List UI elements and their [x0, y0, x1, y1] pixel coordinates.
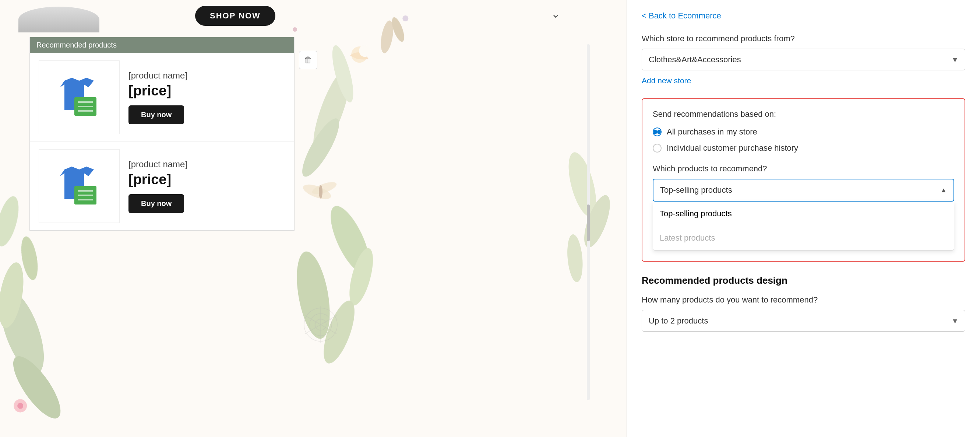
shop-now-section: SHOP NOW — [18, 0, 582, 31]
svg-point-15 — [319, 185, 323, 199]
scrollbar-thumb[interactable] — [587, 204, 590, 241]
svg-point-4 — [14, 399, 27, 412]
products-dropdown-arrow-icon: ▲ — [940, 187, 947, 194]
scrollbar[interactable] — [587, 44, 590, 400]
products-dropdown-trigger[interactable]: Top-selling products ▲ — [653, 179, 954, 201]
how-many-products-label: How many products do you want to recomme… — [642, 295, 965, 305]
svg-point-17 — [345, 246, 378, 308]
svg-point-13 — [301, 182, 333, 202]
products-dropdown-value: Top-selling products — [660, 185, 732, 195]
store-select[interactable]: Clothes&Art&Accessories — [642, 49, 965, 70]
quantity-select[interactable]: Up to 2 products — [642, 310, 965, 332]
dropdown-option-latest[interactable]: Latest products — [653, 226, 954, 250]
recommendations-title: Send recommendations based on: — [653, 109, 954, 119]
svg-point-27 — [310, 314, 332, 336]
product-name-2: [product name] — [129, 159, 188, 169]
store-select-wrapper[interactable]: Clothes&Art&Accessories ▼ — [642, 49, 965, 70]
product-price-1: [price] — [129, 83, 188, 99]
radio-all-purchases-label: All purchases in my store — [667, 127, 757, 137]
product-price-2: [price] — [129, 172, 188, 188]
svg-point-32 — [579, 192, 615, 250]
add-store-link[interactable]: Add new store — [642, 76, 965, 85]
which-products-label: Which products to recommend? — [653, 164, 954, 174]
hat-decoration — [18, 6, 99, 32]
svg-point-9 — [328, 43, 358, 104]
svg-line-24 — [305, 325, 321, 334]
chevron-down-icon[interactable]: ⌄ — [551, 7, 560, 20]
radio-individual-history-label: Individual customer purchase history — [667, 144, 798, 153]
radio-all-purchases[interactable]: All purchases in my store — [653, 127, 954, 137]
preview-area: SHOP NOW ⌄ Recommended products [pro — [0, 0, 627, 437]
svg-point-18 — [291, 249, 336, 341]
product-image-2 — [39, 149, 120, 223]
svg-point-2 — [0, 260, 28, 330]
design-section-title: Recommended products design — [642, 275, 965, 286]
svg-point-16 — [323, 201, 377, 279]
delete-icon[interactable]: 🗑 — [299, 51, 317, 69]
svg-point-12 — [359, 45, 371, 57]
widget-header: Recommended products — [30, 37, 294, 53]
product-image-1 — [39, 61, 120, 134]
svg-point-33 — [565, 234, 584, 282]
recommended-widget: Recommended products [product name] [pri… — [29, 37, 294, 231]
product-item-2: [product name] [price] Buy now — [30, 142, 294, 230]
svg-point-8 — [306, 65, 358, 156]
product-name-1: [product name] — [129, 70, 188, 81]
products-dropdown[interactable]: Top-selling products ▲ Top-selling produ… — [653, 179, 954, 250]
svg-point-5 — [17, 403, 23, 408]
recommendations-box: Send recommendations based on: All purch… — [642, 98, 965, 262]
product-details-2: [product name] [price] Buy now — [129, 159, 188, 213]
radio-individual-history[interactable]: Individual customer purchase history — [653, 144, 954, 153]
svg-point-11 — [351, 46, 368, 63]
svg-point-6 — [0, 194, 23, 249]
svg-line-21 — [321, 316, 336, 325]
svg-line-22 — [321, 325, 336, 334]
product-item-1: [product name] [price] Buy now — [30, 53, 294, 142]
svg-point-26 — [315, 319, 326, 330]
shop-now-button[interactable]: SHOP NOW — [195, 6, 275, 26]
radio-individual-history-circle — [653, 144, 662, 153]
svg-point-10 — [296, 114, 345, 181]
svg-point-28 — [304, 308, 337, 341]
settings-panel: < Back to Ecommerce Which store to recom… — [627, 0, 980, 437]
radio-all-purchases-circle — [653, 128, 662, 136]
store-question-label: Which store to recommend products from? — [642, 34, 965, 43]
svg-point-19 — [317, 297, 361, 367]
svg-point-14 — [311, 179, 338, 197]
svg-point-3 — [5, 350, 68, 425]
svg-point-31 — [563, 150, 602, 220]
buy-now-button-1[interactable]: Buy now — [129, 105, 184, 124]
buy-now-button-2[interactable]: Buy now — [129, 194, 184, 213]
svg-line-25 — [305, 316, 321, 325]
radio-group: All purchases in my store Individual cus… — [653, 127, 954, 153]
svg-point-7 — [18, 235, 40, 281]
products-dropdown-menu: Top-selling products Latest products — [653, 201, 954, 250]
dropdown-option-top-selling[interactable]: Top-selling products — [653, 201, 954, 226]
product-details-1: [product name] [price] Buy now — [129, 70, 188, 124]
back-to-ecommerce-link[interactable]: < Back to Ecommerce — [642, 11, 965, 21]
svg-point-1 — [0, 285, 52, 380]
quantity-select-wrapper[interactable]: Up to 2 products ▼ — [642, 310, 965, 332]
